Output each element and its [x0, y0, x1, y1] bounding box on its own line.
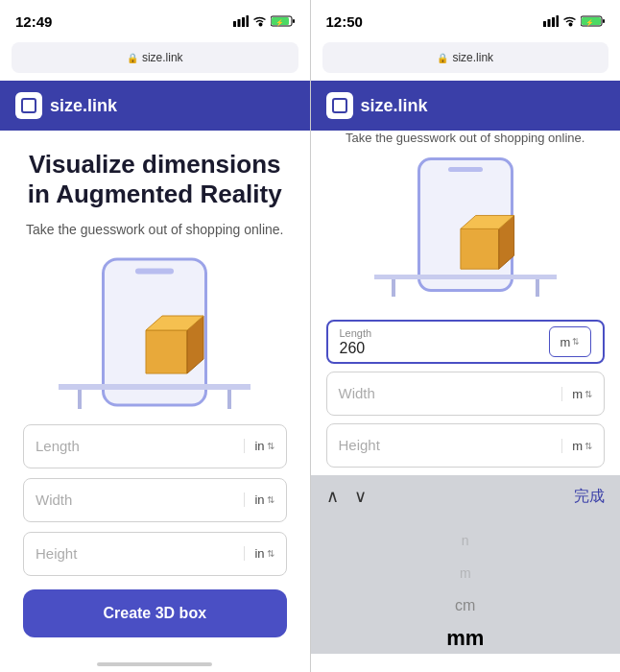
toolbar-down-arrow[interactable]: ∨ [354, 486, 367, 507]
right-illustration [374, 153, 557, 297]
right-width-placeholder: Width [339, 385, 375, 401]
right-table [374, 262, 557, 297]
battery-icon: ⚡ [271, 15, 295, 27]
toolbar-done-button[interactable]: 完成 [574, 487, 605, 507]
left-main: Visualize dimensions in Augmented Realit… [0, 131, 310, 653]
svg-text:⚡: ⚡ [585, 18, 594, 27]
svg-rect-13 [552, 17, 555, 27]
left-length-row[interactable]: Length in ⇅ [23, 424, 287, 468]
svg-rect-12 [548, 19, 551, 27]
left-height-unit[interactable]: in ⇅ [244, 546, 274, 561]
left-logo: size.link [15, 92, 117, 119]
left-illustration [59, 255, 250, 409]
right-wifi-icon [562, 15, 577, 27]
picker-list: n m cm mm [311, 525, 621, 654]
right-phone: 12:50 ⚡ 🔒 size.link size.link Take the g… [311, 0, 621, 672]
left-width-row[interactable]: Width in ⇅ [23, 478, 287, 522]
left-subtext: Take the guesswork out of shopping onlin… [26, 221, 284, 240]
right-form: Length 260 m ⇅ Width m ⇅ [311, 312, 621, 475]
picker-item-cm[interactable]: cm [311, 590, 621, 621]
right-nav-bar: size.link [311, 81, 621, 131]
svg-rect-2 [242, 17, 245, 27]
left-height-label: Height [36, 545, 244, 562]
right-length-row[interactable]: Length 260 m ⇅ [326, 320, 606, 364]
left-headline: Visualize dimensions in Augmented Realit… [19, 150, 291, 209]
left-address-text: size.link [142, 51, 183, 64]
right-height-unit[interactable]: m ⇅ [561, 439, 592, 453]
right-height-row[interactable]: Height m ⇅ [326, 423, 606, 468]
svg-rect-14 [557, 15, 560, 27]
right-status-bar: 12:50 ⚡ [311, 0, 621, 42]
right-width-unit[interactable]: m ⇅ [561, 387, 592, 401]
right-length-unit-box[interactable]: m ⇅ [549, 326, 591, 357]
picker-item-m[interactable]: m [311, 558, 621, 588]
right-width-row[interactable]: Width m ⇅ [326, 372, 606, 416]
left-height-row[interactable]: Height in ⇅ [23, 532, 287, 576]
svg-rect-17 [603, 19, 605, 23]
right-hero: Take the guesswork out of shopping onlin… [311, 131, 621, 312]
right-nav-title: size.link [361, 96, 428, 116]
right-length-value: 260 [340, 340, 550, 357]
picker-item-n[interactable]: n [311, 525, 621, 556]
svg-rect-11 [543, 21, 546, 27]
unit-picker[interactable]: n m cm mm [311, 517, 621, 654]
right-time: 12:50 [326, 13, 363, 30]
left-width-unit[interactable]: in ⇅ [244, 492, 274, 507]
left-nav-title: size.link [50, 96, 117, 116]
left-lock-icon: 🔒 [127, 53, 138, 63]
right-scroll-content: Take the guesswork out of shopping onlin… [311, 131, 621, 672]
svg-text:⚡: ⚡ [275, 18, 284, 27]
toolbar-arrows: ∧ ∨ [326, 486, 367, 507]
right-battery-icon: ⚡ [581, 15, 605, 27]
left-length-unit[interactable]: in ⇅ [244, 439, 274, 453]
svg-marker-8 [146, 330, 187, 373]
right-length-field-label: Length [340, 327, 550, 339]
right-toolbar: ∧ ∨ 完成 [311, 475, 621, 517]
left-length-label: Length [36, 438, 244, 454]
create-3d-box-button[interactable]: Create 3D box [23, 589, 287, 637]
wifi-icon [252, 15, 267, 27]
svg-rect-3 [246, 15, 249, 27]
right-logo: size.link [326, 92, 428, 119]
svg-rect-1 [237, 19, 240, 27]
left-phone: 12:49 ⚡ 🔒 size.link size.link Visualize … [0, 0, 310, 672]
left-status-bar: 12:49 ⚡ [0, 0, 310, 42]
left-nav-bar: size.link [0, 81, 310, 131]
picker-item-mm[interactable]: mm [311, 623, 621, 654]
left-form: Length in ⇅ Width in ⇅ Height [19, 424, 291, 637]
left-home-indicator [97, 662, 212, 666]
svg-rect-0 [233, 21, 236, 27]
right-height-placeholder: Height [339, 437, 380, 453]
right-address-bar[interactable]: 🔒 size.link [322, 42, 609, 73]
left-time: 12:49 [15, 13, 52, 30]
left-logo-icon [15, 92, 42, 119]
toolbar-up-arrow[interactable]: ∧ [326, 486, 339, 507]
left-address-bar[interactable]: 🔒 size.link [12, 42, 298, 73]
table-graphic [59, 371, 250, 409]
right-address-text: size.link [452, 51, 493, 64]
right-hero-subtitle: Take the guesswork out of shopping onlin… [326, 131, 606, 145]
signal-icon [233, 15, 249, 27]
right-signal-icon [543, 15, 559, 27]
svg-rect-6 [293, 19, 295, 23]
right-lock-icon: 🔒 [437, 53, 448, 63]
right-logo-icon [326, 92, 353, 119]
left-width-label: Width [36, 492, 244, 508]
